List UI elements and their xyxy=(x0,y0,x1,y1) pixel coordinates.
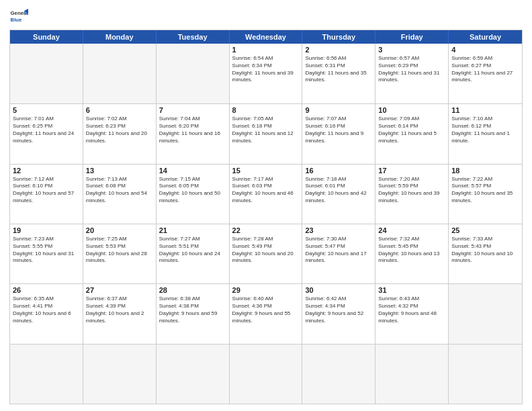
cell-info: Sunrise: 7:28 AM Sunset: 5:49 PM Dayligh… xyxy=(232,236,300,265)
cal-cell xyxy=(375,345,449,404)
week-row-2: 12Sunrise: 7:12 AM Sunset: 6:10 PM Dayli… xyxy=(10,164,522,224)
day-number: 31 xyxy=(378,286,445,294)
cal-cell: 16Sunrise: 7:18 AM Sunset: 6:01 PM Dayli… xyxy=(302,165,375,224)
cell-info: Sunrise: 6:38 AM Sunset: 4:38 PM Dayligh… xyxy=(159,295,226,324)
page: General Blue SundayMondayTuesdayWednesda… xyxy=(0,0,532,411)
day-number: 8 xyxy=(232,106,300,114)
cell-info: Sunrise: 7:27 AM Sunset: 5:51 PM Dayligh… xyxy=(159,236,226,265)
header-day-tuesday: Tuesday xyxy=(157,30,230,44)
cell-info: Sunrise: 7:15 AM Sunset: 6:05 PM Dayligh… xyxy=(159,176,226,205)
cell-info: Sunrise: 7:04 AM Sunset: 6:20 PM Dayligh… xyxy=(159,116,226,144)
cal-cell xyxy=(10,345,83,404)
header-day-friday: Friday xyxy=(375,30,449,44)
cell-info: Sunrise: 7:10 AM Sunset: 6:12 PM Dayligh… xyxy=(451,116,519,144)
day-number: 6 xyxy=(86,106,153,114)
week-row-3: 19Sunrise: 7:23 AM Sunset: 5:55 PM Dayli… xyxy=(10,224,522,283)
day-number: 19 xyxy=(13,226,80,234)
cal-cell: 18Sunrise: 7:22 AM Sunset: 5:57 PM Dayli… xyxy=(449,165,522,224)
day-number: 7 xyxy=(159,106,226,114)
cal-cell: 27Sunrise: 6:37 AM Sunset: 4:39 PM Dayli… xyxy=(83,284,157,343)
cal-cell: 30Sunrise: 6:42 AM Sunset: 4:34 PM Dayli… xyxy=(302,284,375,343)
cal-cell: 8Sunrise: 7:05 AM Sunset: 6:18 PM Daylig… xyxy=(230,104,303,163)
cell-info: Sunrise: 7:32 AM Sunset: 5:45 PM Dayligh… xyxy=(378,236,445,265)
header: General Blue xyxy=(9,7,523,26)
cal-cell xyxy=(83,345,157,404)
day-number: 21 xyxy=(159,226,226,234)
cal-cell: 5Sunrise: 7:01 AM Sunset: 6:25 PM Daylig… xyxy=(10,104,83,163)
day-number: 22 xyxy=(232,226,300,234)
day-number: 10 xyxy=(378,106,445,114)
cell-info: Sunrise: 7:18 AM Sunset: 6:01 PM Dayligh… xyxy=(305,176,372,205)
calendar: SundayMondayTuesdayWednesdayThursdayFrid… xyxy=(9,30,523,404)
cal-cell: 7Sunrise: 7:04 AM Sunset: 6:20 PM Daylig… xyxy=(157,104,230,163)
day-number: 17 xyxy=(378,167,445,175)
cell-info: Sunrise: 6:54 AM Sunset: 6:34 PM Dayligh… xyxy=(232,55,300,84)
day-number: 1 xyxy=(232,46,300,54)
cal-cell: 3Sunrise: 6:57 AM Sunset: 6:29 PM Daylig… xyxy=(375,44,449,103)
cal-cell: 4Sunrise: 6:59 AM Sunset: 6:27 PM Daylig… xyxy=(449,44,522,103)
header-day-wednesday: Wednesday xyxy=(230,30,303,44)
cell-info: Sunrise: 7:23 AM Sunset: 5:55 PM Dayligh… xyxy=(13,236,80,265)
cal-cell: 22Sunrise: 7:28 AM Sunset: 5:49 PM Dayli… xyxy=(230,224,303,283)
cell-info: Sunrise: 6:42 AM Sunset: 4:34 PM Dayligh… xyxy=(305,295,372,324)
cal-cell: 28Sunrise: 6:38 AM Sunset: 4:38 PM Dayli… xyxy=(157,284,230,343)
cell-info: Sunrise: 6:37 AM Sunset: 4:39 PM Dayligh… xyxy=(86,295,153,324)
cal-cell: 24Sunrise: 7:32 AM Sunset: 5:45 PM Dayli… xyxy=(375,224,449,283)
cell-info: Sunrise: 7:17 AM Sunset: 6:03 PM Dayligh… xyxy=(232,176,300,205)
day-number: 12 xyxy=(13,167,80,175)
logo-icon: General Blue xyxy=(9,7,28,26)
cal-cell: 13Sunrise: 7:13 AM Sunset: 6:08 PM Dayli… xyxy=(83,165,157,224)
week-row-4: 26Sunrise: 6:35 AM Sunset: 4:41 PM Dayli… xyxy=(10,283,522,343)
day-number: 4 xyxy=(451,46,519,54)
svg-text:Blue: Blue xyxy=(11,17,23,23)
cell-info: Sunrise: 7:30 AM Sunset: 5:47 PM Dayligh… xyxy=(305,236,372,265)
cell-info: Sunrise: 6:57 AM Sunset: 6:29 PM Dayligh… xyxy=(378,55,445,84)
day-number: 11 xyxy=(451,106,519,114)
cal-cell: 15Sunrise: 7:17 AM Sunset: 6:03 PM Dayli… xyxy=(230,165,303,224)
cal-cell: 23Sunrise: 7:30 AM Sunset: 5:47 PM Dayli… xyxy=(302,224,375,283)
cal-cell xyxy=(449,345,522,404)
logo: General Blue xyxy=(9,7,28,26)
cal-cell: 31Sunrise: 6:43 AM Sunset: 4:32 PM Dayli… xyxy=(375,284,449,343)
cal-cell: 14Sunrise: 7:15 AM Sunset: 6:05 PM Dayli… xyxy=(157,165,230,224)
cell-info: Sunrise: 6:40 AM Sunset: 4:36 PM Dayligh… xyxy=(232,295,300,324)
day-number: 5 xyxy=(13,106,80,114)
cal-cell: 1Sunrise: 6:54 AM Sunset: 6:34 PM Daylig… xyxy=(230,44,303,103)
cell-info: Sunrise: 6:35 AM Sunset: 4:41 PM Dayligh… xyxy=(13,295,80,324)
cal-cell: 10Sunrise: 7:09 AM Sunset: 6:14 PM Dayli… xyxy=(375,104,449,163)
cal-cell xyxy=(83,44,157,103)
calendar-header: SundayMondayTuesdayWednesdayThursdayFrid… xyxy=(10,30,522,44)
day-number: 2 xyxy=(305,46,372,54)
cell-info: Sunrise: 6:56 AM Sunset: 6:31 PM Dayligh… xyxy=(305,55,372,84)
day-number: 25 xyxy=(451,226,519,234)
day-number: 15 xyxy=(232,167,300,175)
cell-info: Sunrise: 6:59 AM Sunset: 6:27 PM Dayligh… xyxy=(451,55,519,84)
cal-cell: 21Sunrise: 7:27 AM Sunset: 5:51 PM Dayli… xyxy=(157,224,230,283)
cal-cell: 9Sunrise: 7:07 AM Sunset: 6:16 PM Daylig… xyxy=(302,104,375,163)
day-number: 30 xyxy=(305,286,372,294)
day-number: 13 xyxy=(86,167,153,175)
calendar-body: 1Sunrise: 6:54 AM Sunset: 6:34 PM Daylig… xyxy=(10,44,522,404)
day-number: 23 xyxy=(305,226,372,234)
day-number: 26 xyxy=(13,286,80,294)
cal-cell: 6Sunrise: 7:02 AM Sunset: 6:23 PM Daylig… xyxy=(83,104,157,163)
cal-cell xyxy=(157,345,230,404)
cal-cell: 11Sunrise: 7:10 AM Sunset: 6:12 PM Dayli… xyxy=(449,104,522,163)
cal-cell: 12Sunrise: 7:12 AM Sunset: 6:10 PM Dayli… xyxy=(10,165,83,224)
cell-info: Sunrise: 7:12 AM Sunset: 6:10 PM Dayligh… xyxy=(13,176,80,205)
cal-cell xyxy=(449,284,522,343)
cal-cell: 19Sunrise: 7:23 AM Sunset: 5:55 PM Dayli… xyxy=(10,224,83,283)
week-row-0: 1Sunrise: 6:54 AM Sunset: 6:34 PM Daylig… xyxy=(10,44,522,103)
cell-info: Sunrise: 7:01 AM Sunset: 6:25 PM Dayligh… xyxy=(13,116,80,144)
cal-cell: 25Sunrise: 7:33 AM Sunset: 5:43 PM Dayli… xyxy=(449,224,522,283)
day-number: 9 xyxy=(305,106,372,114)
header-day-thursday: Thursday xyxy=(302,30,375,44)
cal-cell xyxy=(10,44,83,103)
cal-cell: 29Sunrise: 6:40 AM Sunset: 4:36 PM Dayli… xyxy=(230,284,303,343)
cell-info: Sunrise: 7:33 AM Sunset: 5:43 PM Dayligh… xyxy=(451,236,519,265)
cal-cell: 20Sunrise: 7:25 AM Sunset: 5:53 PM Dayli… xyxy=(83,224,157,283)
day-number: 29 xyxy=(232,286,300,294)
day-number: 24 xyxy=(378,226,445,234)
cal-cell xyxy=(302,345,375,404)
cell-info: Sunrise: 7:09 AM Sunset: 6:14 PM Dayligh… xyxy=(378,116,445,144)
